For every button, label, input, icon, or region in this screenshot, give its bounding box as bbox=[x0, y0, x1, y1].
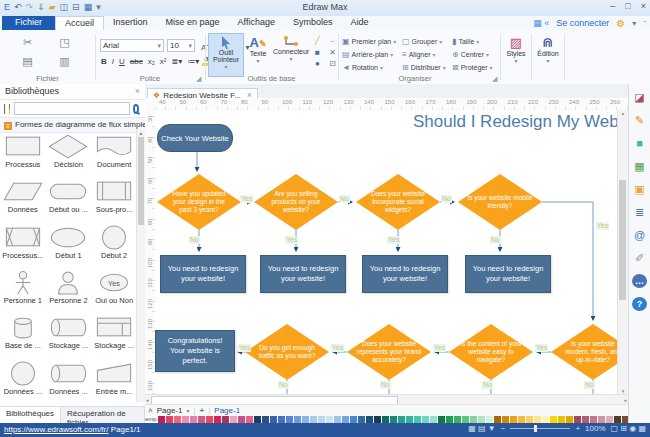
organiser-protéger[interactable]: ⊠Protéger▾ bbox=[452, 61, 496, 74]
color-swatch[interactable] bbox=[398, 416, 405, 423]
color-swatch[interactable] bbox=[366, 416, 373, 423]
color-swatch[interactable] bbox=[222, 416, 229, 423]
minimize-button[interactable]: – bbox=[610, 1, 615, 11]
shape-diamond[interactable]: Décision bbox=[46, 130, 92, 175]
color-swatch[interactable] bbox=[574, 416, 581, 423]
library-scrollbar[interactable]: ▲ bbox=[136, 130, 145, 402]
close-button[interactable]: × bbox=[641, 1, 646, 11]
pointer-tool-button[interactable]: Outil Pointeur▾ bbox=[208, 33, 244, 77]
color-swatch[interactable] bbox=[422, 416, 429, 423]
redesign-node-2[interactable]: You need to redesign your website! bbox=[260, 255, 346, 293]
color-swatch[interactable] bbox=[342, 416, 349, 423]
organiser-rotation[interactable]: ◄Rotation▾ bbox=[342, 61, 400, 74]
color-swatch[interactable] bbox=[606, 416, 613, 423]
draw-shape-icon-3[interactable]: ✕ bbox=[329, 48, 336, 57]
shape-stored[interactable]: Stockage ... bbox=[91, 311, 137, 356]
attachment-icon[interactable]: ✐ bbox=[632, 251, 647, 265]
color-swatch[interactable] bbox=[158, 416, 165, 423]
color-swatch[interactable] bbox=[406, 416, 413, 423]
shape-stadium[interactable]: Début ou ... bbox=[46, 175, 92, 220]
organiser-arrière-plan[interactable]: ▤Arrière-plan▾ bbox=[342, 48, 400, 61]
color-swatch[interactable] bbox=[430, 416, 437, 423]
menu-tab-fichier[interactable]: Fichier bbox=[2, 16, 55, 30]
color-swatch[interactable] bbox=[198, 416, 205, 423]
paste-special-icon[interactable]: ▥ bbox=[59, 55, 69, 68]
organiser-aligner[interactable]: ≡Aligner▾ bbox=[402, 48, 450, 61]
statusbar-fit-icon-0[interactable]: ▢ bbox=[611, 424, 621, 433]
fill-color-icon[interactable]: ■ bbox=[632, 136, 647, 150]
draw-shape-icon-1[interactable]: ⌣ bbox=[330, 36, 335, 46]
color-swatch[interactable] bbox=[214, 416, 221, 423]
zoom-in-button[interactable]: + bbox=[575, 424, 580, 433]
color-swatch[interactable] bbox=[190, 416, 197, 423]
statusbar-view-icon-1[interactable]: ▤ bbox=[478, 424, 488, 433]
shape-person2[interactable]: Personne 2 bbox=[46, 266, 92, 311]
connector-tool-button[interactable]: Connecteur▾ bbox=[273, 33, 309, 75]
page-tab-page1[interactable]: Page-1 bbox=[214, 406, 240, 415]
italic-button[interactable]: I bbox=[110, 57, 116, 66]
shape-cylv[interactable]: Base de ... bbox=[0, 311, 46, 356]
pen-style-icon[interactable]: ✎ bbox=[632, 113, 647, 127]
vertical-scrollbar[interactable]: ▴▾ bbox=[617, 110, 628, 394]
flow-start-node[interactable]: Check Your Website bbox=[157, 124, 233, 152]
menu-tab-aide[interactable]: Aide bbox=[342, 16, 378, 30]
color-swatch[interactable] bbox=[390, 416, 397, 423]
drawing-page[interactable]: Should I Redesign My Website Check Your … bbox=[155, 110, 628, 394]
shape-document[interactable]: Document bbox=[91, 130, 137, 175]
menu-tab-mise-en-page[interactable]: Mise en page bbox=[157, 16, 229, 30]
statusbar-fit-icon-3[interactable]: ▦ bbox=[638, 424, 646, 433]
color-swatch[interactable] bbox=[582, 416, 589, 423]
congrats-node[interactable]: Congratulations! Your website is perfect… bbox=[155, 330, 235, 372]
color-swatch[interactable] bbox=[542, 416, 549, 423]
copy-pages-icon[interactable]: ▣ bbox=[632, 182, 647, 196]
color-swatch[interactable] bbox=[558, 416, 565, 423]
color-swatch[interactable] bbox=[334, 416, 341, 423]
draw-shape-icon-2[interactable]: ■ bbox=[315, 48, 320, 57]
draw-shape-icon-0[interactable]: ╱ bbox=[315, 36, 320, 46]
menu-tab-insertion[interactable]: Insertion bbox=[104, 16, 157, 30]
strikethrough-button[interactable]: abc bbox=[128, 57, 145, 66]
shape-yesoval[interactable]: YesOui ou Non bbox=[91, 266, 137, 311]
color-swatch[interactable] bbox=[438, 416, 445, 423]
color-swatch[interactable] bbox=[358, 416, 365, 423]
color-swatch[interactable] bbox=[230, 416, 237, 423]
color-swatch[interactable] bbox=[566, 416, 573, 423]
share-icon[interactable]: « bbox=[544, 18, 549, 28]
color-swatch[interactable] bbox=[382, 416, 389, 423]
library-grid-icon[interactable] bbox=[4, 104, 5, 109]
superscript-button[interactable]: x² bbox=[158, 57, 169, 66]
organiser-taille[interactable]: ▮Taille▾ bbox=[452, 35, 496, 48]
color-swatch[interactable] bbox=[486, 416, 493, 423]
color-swatch[interactable] bbox=[254, 416, 261, 423]
shape-cylh[interactable]: Données ... bbox=[46, 357, 92, 402]
line-spacing-button[interactable]: ≣▾ bbox=[169, 57, 184, 66]
paste-icon[interactable]: ▤ bbox=[22, 55, 32, 68]
zoom-level[interactable]: 100% bbox=[585, 424, 605, 433]
shape-circle[interactable]: Début 2 bbox=[91, 221, 137, 266]
gear-dropdown-icon[interactable]: ▾ bbox=[632, 19, 636, 28]
color-swatch[interactable] bbox=[534, 416, 541, 423]
color-swatch[interactable] bbox=[470, 416, 477, 423]
color-swatch[interactable] bbox=[462, 416, 469, 423]
styles-button[interactable]: ▨ Styles▾ bbox=[503, 33, 529, 75]
color-swatch[interactable] bbox=[374, 416, 381, 423]
page-select-dropdown-icon[interactable]: ▾ bbox=[186, 407, 189, 414]
collapse-ribbon-icon[interactable]: ˆ bbox=[643, 19, 646, 28]
color-swatch[interactable] bbox=[454, 416, 461, 423]
maximize-button[interactable]: □ bbox=[625, 1, 630, 11]
color-swatch[interactable] bbox=[262, 416, 269, 423]
color-swatch[interactable] bbox=[286, 416, 293, 423]
color-swatch[interactable] bbox=[590, 416, 597, 423]
add-page-button[interactable]: + bbox=[200, 406, 205, 415]
shape-internal[interactable]: Processus... bbox=[0, 221, 46, 266]
color-swatch[interactable] bbox=[310, 416, 317, 423]
organiser-centrer[interactable]: ⊕Centrer▾ bbox=[452, 48, 496, 61]
menu-tab-symboles[interactable]: Symboles bbox=[284, 16, 342, 30]
color-swatch[interactable] bbox=[238, 416, 245, 423]
bold-button[interactable]: B bbox=[99, 57, 109, 66]
shape-parallelogram[interactable]: Données bbox=[0, 175, 46, 220]
zoom-slider[interactable] bbox=[510, 428, 570, 429]
notes-icon[interactable]: ≣ bbox=[632, 205, 647, 219]
statusbar-fit-icon-1[interactable]: ⊞ bbox=[620, 424, 629, 433]
snapshot-icon[interactable]: ▦ bbox=[533, 18, 544, 28]
